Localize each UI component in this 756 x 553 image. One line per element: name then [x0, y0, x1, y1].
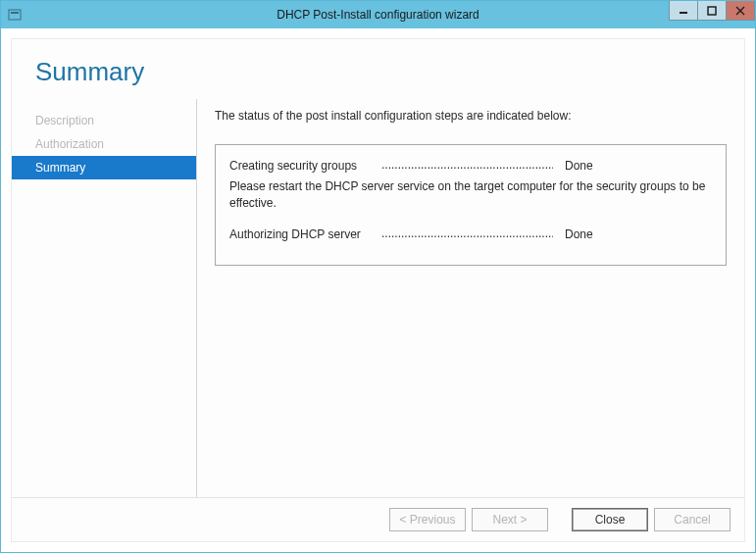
content-area: Summary Description Authorization Summar…	[1, 28, 755, 552]
window-title: DHCP Post-Install configuration wizard	[277, 8, 479, 22]
svg-rect-3	[708, 7, 716, 15]
sidebar-item-description[interactable]: Description	[12, 109, 196, 132]
body-region: Description Authorization Summary The st…	[12, 99, 744, 497]
sidebar-item-authorization[interactable]: Authorization	[12, 132, 196, 156]
svg-rect-0	[9, 10, 21, 20]
status-result: Done	[553, 227, 593, 241]
sidebar: Description Authorization Summary	[12, 99, 196, 497]
status-box: Creating security groups Done Please res…	[215, 144, 727, 266]
previous-button: < Previous	[389, 508, 466, 531]
inner-panel: Summary Description Authorization Summar…	[11, 38, 745, 542]
wizard-window: DHCP Post-Install configuration wizard S…	[0, 0, 756, 553]
window-controls	[670, 1, 755, 21]
minimize-button[interactable]	[669, 1, 698, 21]
main-panel: The status of the post install configura…	[197, 99, 744, 497]
status-label: Creating security groups	[229, 159, 381, 173]
status-dots	[381, 159, 553, 173]
status-result: Done	[553, 159, 593, 173]
header-region: Summary	[12, 39, 744, 99]
page-heading: Summary	[35, 57, 721, 87]
status-row-security-groups: Creating security groups Done	[229, 159, 712, 173]
status-label: Authorizing DHCP server	[229, 227, 381, 241]
intro-text: The status of the post install configura…	[215, 109, 727, 123]
footer-region: < Previous Next > Close Cancel	[12, 497, 744, 541]
close-wizard-button[interactable]: Close	[572, 508, 648, 531]
app-icon	[7, 7, 23, 23]
svg-rect-1	[11, 12, 19, 14]
cancel-button: Cancel	[654, 508, 731, 531]
next-button: Next >	[472, 508, 548, 531]
status-note: Please restart the DHCP server service o…	[229, 178, 712, 212]
close-button[interactable]	[726, 1, 755, 21]
maximize-button[interactable]	[697, 1, 727, 21]
status-dots	[381, 227, 553, 241]
titlebar: DHCP Post-Install configuration wizard	[1, 1, 755, 28]
status-row-authorizing: Authorizing DHCP server Done	[229, 227, 712, 241]
sidebar-item-summary[interactable]: Summary	[12, 156, 196, 179]
